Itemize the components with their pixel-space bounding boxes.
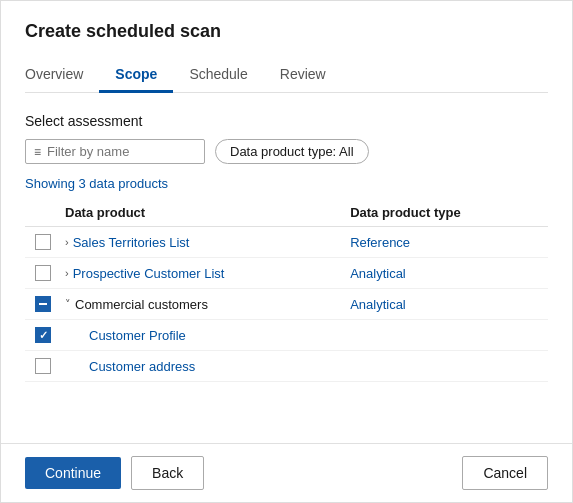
table-header-data-product-type: Data product type — [346, 199, 548, 227]
row-checkbox-cell — [25, 289, 61, 320]
back-button[interactable]: Back — [131, 456, 204, 490]
dialog-main-content: Create scheduled scan Overview Scope Sch… — [1, 1, 572, 443]
filter-input-wrapper[interactable]: ≡ — [25, 139, 205, 164]
product-name-label: Customer Profile — [89, 328, 186, 343]
checkmark-icon: ✓ — [39, 330, 48, 341]
checkbox-wrapper[interactable] — [29, 358, 57, 374]
checkbox-customer-address[interactable] — [35, 358, 51, 374]
row-name-cell: Customer Profile — [61, 320, 346, 351]
row-type-cell — [346, 320, 548, 351]
product-type-label: Reference — [350, 235, 410, 250]
create-scheduled-scan-dialog: Create scheduled scan Overview Scope Sch… — [0, 0, 573, 503]
chevron-right-icon: › — [65, 236, 69, 248]
tab-review[interactable]: Review — [264, 58, 342, 93]
cancel-button[interactable]: Cancel — [462, 456, 548, 490]
row-name-cell: ˅ Commercial customers — [61, 289, 346, 320]
results-count: Showing 3 data products — [25, 176, 548, 191]
product-name-label: Sales Territories List — [73, 235, 190, 250]
row-type-cell: Analytical — [346, 289, 548, 320]
table-header-data-product: Data product — [61, 199, 346, 227]
row-checkbox-cell — [25, 258, 61, 289]
filters-row: ≡ Data product type: All — [25, 139, 548, 164]
checkbox-wrapper[interactable]: ✓ — [29, 327, 57, 343]
row-name-cell: Customer address — [61, 351, 346, 382]
tab-bar: Overview Scope Schedule Review — [25, 58, 548, 93]
row-name-cell: › Sales Territories List — [61, 227, 346, 258]
table-header-checkbox — [25, 199, 61, 227]
continue-button[interactable]: Continue — [25, 457, 121, 489]
checkbox-sales-territories[interactable] — [35, 234, 51, 250]
table-header-row: Data product Data product type — [25, 199, 548, 227]
checkbox-commercial-customers[interactable] — [35, 296, 51, 312]
dialog-title: Create scheduled scan — [25, 21, 548, 42]
data-product-name-indented: Customer Profile — [65, 328, 342, 343]
tab-schedule[interactable]: Schedule — [173, 58, 263, 93]
checkbox-prospective-customer[interactable] — [35, 265, 51, 281]
filter-icon: ≡ — [34, 145, 41, 159]
data-product-name-indented: Customer address — [65, 359, 342, 374]
filter-by-name-input[interactable] — [47, 144, 196, 159]
table-row: › Sales Territories List Reference — [25, 227, 548, 258]
row-type-cell: Analytical — [346, 258, 548, 289]
row-type-cell: Reference — [346, 227, 548, 258]
indeterminate-mark — [39, 303, 47, 305]
checkbox-customer-profile[interactable]: ✓ — [35, 327, 51, 343]
data-product-name: ˅ Commercial customers — [65, 297, 342, 312]
section-label: Select assessment — [25, 113, 548, 129]
table-row: ✓ Customer Profile — [25, 320, 548, 351]
chevron-right-icon: › — [65, 267, 69, 279]
product-name-label: Prospective Customer List — [73, 266, 225, 281]
data-products-table: Data product Data product type › S — [25, 199, 548, 382]
row-checkbox-cell — [25, 227, 61, 258]
product-name-label: Commercial customers — [75, 297, 208, 312]
chevron-down-icon: ˅ — [65, 298, 71, 311]
data-product-name: › Sales Territories List — [65, 235, 342, 250]
checkbox-wrapper[interactable] — [29, 296, 57, 312]
table-row: Customer address — [25, 351, 548, 382]
table-row: ˅ Commercial customers Analytical — [25, 289, 548, 320]
tab-scope[interactable]: Scope — [99, 58, 173, 93]
row-type-cell — [346, 351, 548, 382]
data-product-type-filter-button[interactable]: Data product type: All — [215, 139, 369, 164]
checkbox-wrapper[interactable] — [29, 234, 57, 250]
row-checkbox-cell — [25, 351, 61, 382]
table-row: › Prospective Customer List Analytical — [25, 258, 548, 289]
tab-overview[interactable]: Overview — [25, 58, 99, 93]
product-name-label: Customer address — [89, 359, 195, 374]
dialog-footer: Continue Back Cancel — [1, 443, 572, 502]
product-type-label: Analytical — [350, 266, 406, 281]
data-product-name: › Prospective Customer List — [65, 266, 342, 281]
row-name-cell: › Prospective Customer List — [61, 258, 346, 289]
checkbox-wrapper[interactable] — [29, 265, 57, 281]
product-type-label: Analytical — [350, 297, 406, 312]
row-checkbox-cell: ✓ — [25, 320, 61, 351]
